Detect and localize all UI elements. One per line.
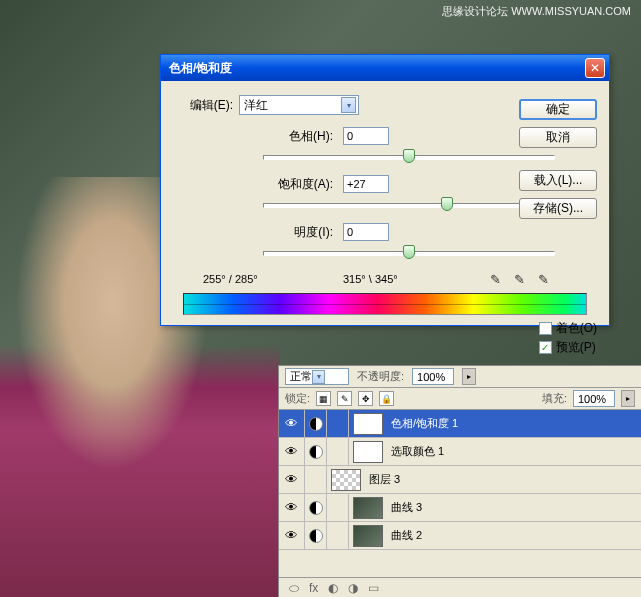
- dialog-buttons: 确定 取消 载入(L)... 存储(S)...: [519, 99, 597, 219]
- adjustment-icon: [309, 445, 323, 459]
- cancel-button[interactable]: 取消: [519, 127, 597, 148]
- lightness-input[interactable]: [343, 223, 389, 241]
- dialog-title: 色相/饱和度: [169, 60, 585, 77]
- blend-mode-combo[interactable]: 正常 ▾: [285, 368, 349, 385]
- eyedropper-icon[interactable]: ✎: [487, 271, 503, 287]
- layers-footer: ⬭ fx ◐ ◑ ▭: [279, 577, 641, 597]
- saturation-label: 饱和度(A):: [203, 176, 343, 193]
- eye-icon: 👁: [285, 472, 298, 487]
- colorize-label: 着色(O): [556, 320, 597, 337]
- lightness-thumb[interactable]: [403, 245, 415, 259]
- lock-transparency-icon[interactable]: ▦: [316, 391, 331, 406]
- layer-mask-thumb[interactable]: [353, 441, 383, 463]
- layers-panel: 正常 ▾ 不透明度: 100% ▸ 锁定: ▦ ✎ ✥ 🔒 填充: 100% ▸…: [278, 365, 641, 597]
- layer-mask-icon[interactable]: ◐: [328, 581, 338, 595]
- visibility-toggle[interactable]: 👁: [279, 494, 305, 521]
- visibility-toggle[interactable]: 👁: [279, 410, 305, 437]
- blend-mode-value: 正常: [290, 369, 312, 384]
- hue-input[interactable]: [343, 127, 389, 145]
- layer-name: 色相/饱和度 1: [387, 416, 637, 431]
- layer-mask-thumb[interactable]: [353, 525, 383, 547]
- edit-channel-value: 洋红: [244, 97, 341, 114]
- fill-input[interactable]: 100%: [573, 390, 615, 407]
- eye-icon: 👁: [285, 528, 298, 543]
- hue-label: 色相(H):: [203, 128, 343, 145]
- saturation-slider[interactable]: [263, 197, 555, 213]
- layer-row[interactable]: 👁 图层 3: [279, 466, 641, 494]
- layer-row[interactable]: 👁 选取颜色 1: [279, 438, 641, 466]
- new-adjustment-icon[interactable]: ◑: [348, 581, 358, 595]
- preview-checkbox[interactable]: ✓: [539, 341, 552, 354]
- preview-label: 预览(P): [556, 339, 596, 356]
- adjustment-icon-col: [305, 494, 327, 521]
- edit-label: 编辑(E):: [173, 97, 233, 114]
- hue-thumb[interactable]: [403, 149, 415, 163]
- lock-pixels-icon[interactable]: ✎: [337, 391, 352, 406]
- hue-slider[interactable]: [263, 149, 555, 165]
- angle-left: 255° / 285°: [203, 273, 333, 285]
- adjustment-icon: [309, 501, 323, 515]
- hue-saturation-dialog: 色相/饱和度 ✕ 编辑(E): 洋红 ▾ 色相(H): 饱和度(A): 明度(I…: [160, 54, 610, 326]
- link-col[interactable]: [327, 410, 349, 437]
- adjustment-icon-col: [305, 410, 327, 437]
- spectrum-bar[interactable]: [183, 293, 587, 315]
- visibility-toggle[interactable]: 👁: [279, 438, 305, 465]
- lock-position-icon[interactable]: ✥: [358, 391, 373, 406]
- visibility-toggle[interactable]: 👁: [279, 466, 305, 493]
- eyedropper-add-icon[interactable]: ✎: [511, 271, 527, 287]
- link-col[interactable]: [305, 466, 327, 493]
- lightness-slider[interactable]: [263, 245, 555, 261]
- close-button[interactable]: ✕: [585, 58, 605, 78]
- watermark-text: 思缘设计论坛 WWW.MISSYUAN.COM: [442, 4, 631, 19]
- visibility-toggle[interactable]: 👁: [279, 522, 305, 549]
- layer-name: 曲线 2: [387, 528, 637, 543]
- layer-name: 选取颜色 1: [387, 444, 637, 459]
- checkbox-group: 着色(O) ✓ 预览(P): [539, 320, 597, 358]
- new-group-icon[interactable]: ▭: [368, 581, 379, 595]
- saturation-input[interactable]: [343, 175, 389, 193]
- layer-row[interactable]: 👁 曲线 2: [279, 522, 641, 550]
- lightness-label: 明度(I):: [203, 224, 343, 241]
- close-icon: ✕: [590, 61, 600, 75]
- layer-name: 曲线 3: [387, 500, 637, 515]
- angles-row: 255° / 285° 315° \ 345° ✎ ✎ ✎: [203, 271, 597, 287]
- link-layers-icon[interactable]: ⬭: [289, 581, 299, 595]
- link-col[interactable]: [327, 494, 349, 521]
- adjustment-icon: [309, 417, 323, 431]
- edit-channel-combo[interactable]: 洋红 ▾: [239, 95, 359, 115]
- layer-name: 图层 3: [365, 472, 637, 487]
- eye-icon: 👁: [285, 500, 298, 515]
- opacity-label: 不透明度:: [357, 369, 404, 384]
- layer-mask-thumb[interactable]: [353, 497, 383, 519]
- layer-thumb[interactable]: [331, 469, 361, 491]
- lock-label: 锁定:: [285, 391, 310, 406]
- adjustment-icon-col: [305, 522, 327, 549]
- lock-all-icon[interactable]: 🔒: [379, 391, 394, 406]
- fill-flyout-icon[interactable]: ▸: [621, 390, 635, 407]
- layer-row[interactable]: 👁 曲线 3: [279, 494, 641, 522]
- dialog-titlebar[interactable]: 色相/饱和度 ✕: [161, 55, 609, 81]
- link-col[interactable]: [327, 522, 349, 549]
- chevron-down-icon: ▾: [312, 370, 325, 384]
- adjustment-icon: [309, 529, 323, 543]
- layers-header: 正常 ▾ 不透明度: 100% ▸: [279, 366, 641, 388]
- layer-row[interactable]: 👁 色相/饱和度 1: [279, 410, 641, 438]
- dialog-body: 编辑(E): 洋红 ▾ 色相(H): 饱和度(A): 明度(I):: [161, 81, 609, 325]
- ok-button[interactable]: 确定: [519, 99, 597, 120]
- eye-icon: 👁: [285, 444, 298, 459]
- layer-mask-thumb[interactable]: [353, 413, 383, 435]
- layer-style-icon[interactable]: fx: [309, 581, 318, 595]
- load-button[interactable]: 载入(L)...: [519, 170, 597, 191]
- colorize-checkbox[interactable]: [539, 322, 552, 335]
- adjustment-icon-col: [305, 438, 327, 465]
- opacity-flyout-icon[interactable]: ▸: [462, 368, 476, 385]
- eyedropper-sub-icon[interactable]: ✎: [535, 271, 551, 287]
- link-col[interactable]: [327, 438, 349, 465]
- layer-list: 👁 色相/饱和度 1 👁 选取颜色 1 👁 图层 3 👁 曲线 3: [279, 410, 641, 550]
- opacity-input[interactable]: 100%: [412, 368, 454, 385]
- layers-lock-row: 锁定: ▦ ✎ ✥ 🔒 填充: 100% ▸: [279, 388, 641, 410]
- chevron-down-icon: ▾: [341, 97, 356, 113]
- save-button[interactable]: 存储(S)...: [519, 198, 597, 219]
- saturation-thumb[interactable]: [441, 197, 453, 211]
- angle-right: 315° \ 345°: [343, 273, 473, 285]
